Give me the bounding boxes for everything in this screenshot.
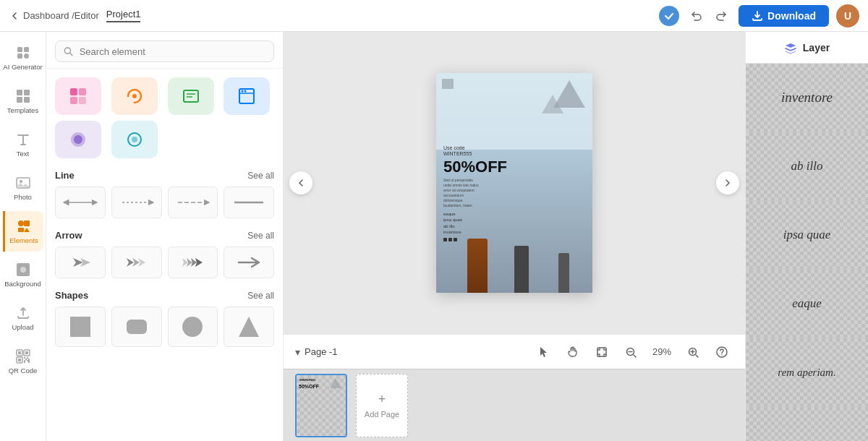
line-item-3[interactable] [168,187,218,218]
category-card-1[interactable] [55,77,101,115]
sync-indicator [659,6,679,26]
arrow-item-1[interactable] [55,247,106,278]
layer-item-6[interactable] [746,407,868,441]
svg-rect-17 [18,351,21,354]
back-label: Dashboard /Editor [23,10,99,21]
search-input-wrap[interactable] [55,40,274,62]
sidebar-item-templates[interactable]: Templates [3,81,43,121]
canvas-tagline: eaqueipsa quaeab illoinventore [443,211,585,236]
svg-point-10 [18,220,24,226]
svg-rect-57 [127,320,147,334]
svg-point-42 [132,137,137,142]
project-title[interactable]: Project1 [106,9,141,22]
shape-item-triangle[interactable] [224,307,274,347]
sidebar-item-text[interactable]: Text [3,124,43,165]
canvas-dots [443,238,585,241]
canvas-nav-right[interactable] [716,171,739,194]
chevron-left-icon [9,10,20,22]
shape-item-square[interactable] [55,307,106,347]
category-card-4[interactable] [224,77,270,115]
category-card-3[interactable] [168,77,214,115]
shapes-section-title: Shapes [55,290,88,301]
help-button[interactable] [710,341,733,364]
zoom-in-button[interactable] [681,341,705,364]
search-icon [63,46,74,57]
sidebar-item-photo[interactable]: Photo [3,168,43,208]
canvas-discount: 50%OFF [443,159,585,175]
sidebar-item-qr-code[interactable]: QR Code [3,341,43,382]
pt-promo-text: WINTER555 [299,378,315,382]
canvas-workspace[interactable]: Use code WINTER555 50%OFF Sed ut perspic… [284,32,745,334]
sidebar-item-upload[interactable]: Upload [3,298,43,338]
svg-rect-19 [25,351,28,354]
tools-sidebar: AI Generator Templates Text Photo [0,32,46,441]
add-page-label: Add Page [365,410,399,419]
avatar[interactable]: U [836,4,859,27]
sidebar-item-elements[interactable]: Elements [3,211,43,252]
sidebar-item-ai-generator[interactable]: AI Generator [3,38,43,78]
elements-label: Elements [9,236,38,244]
layer-item-5[interactable]: rem aperiam. [746,338,868,407]
category-card-6[interactable] [111,121,158,158]
download-icon [752,10,763,22]
layer-item-1[interactable]: inventore [746,64,868,132]
toolbar-page-info: ▾ Page -1 [295,346,338,358]
svg-point-9 [20,180,22,183]
upload-label: Upload [12,323,33,331]
text-label: Text [17,150,29,158]
ai-generator-icon [15,45,31,61]
layer-item-3[interactable]: ipsa quae [746,201,868,270]
line-item-2[interactable] [111,187,162,218]
arrow-item-3[interactable] [168,247,218,278]
cursor-tool-button[interactable] [532,341,556,364]
svg-rect-4 [17,90,22,95]
elements-panel: Line See all Arrow See a [46,32,284,441]
hand-tool-button[interactable] [561,341,584,364]
svg-rect-60 [597,348,606,356]
svg-point-58 [182,317,203,337]
category-card-2[interactable] [111,77,158,115]
layer-item-1-text: inventore [781,90,833,106]
canvas-use-code: Use code [443,145,585,150]
undo-button[interactable] [686,6,707,26]
layer-item-4[interactable]: eaque [746,270,868,338]
layer-item-3-text: ipsa quae [783,228,831,242]
svg-rect-56 [70,317,90,337]
svg-rect-32 [70,97,77,104]
layer-item-2[interactable]: ab illo [746,132,868,201]
svg-rect-21 [18,359,21,361]
svg-rect-28 [28,361,30,363]
main-content: AI Generator Templates Text Photo [0,32,868,441]
line-see-all[interactable]: See all [247,171,274,181]
shapes-see-all[interactable]: See all [247,291,274,301]
page-thumb-inner: WINTER555 50%OFF [297,375,346,436]
svg-point-40 [244,90,247,93]
line-item-1[interactable] [55,187,106,218]
arrow-row [55,247,274,278]
canvas-nav-left[interactable] [289,171,312,194]
arrow-item-2[interactable] [111,247,162,278]
canvas-toolbar: ▾ Page -1 29% [284,334,745,369]
shape-item-rounded-rect[interactable] [111,307,162,347]
sidebar-item-background[interactable]: Background [3,254,43,295]
canvas-description: Sed ut perspiciatisunde omnis iste natus… [443,178,585,208]
download-button[interactable]: Download [739,5,829,27]
add-page-button[interactable]: + Add Page [356,374,408,437]
zoom-out-button[interactable] [619,341,642,364]
back-button[interactable]: Dashboard /Editor [9,10,99,22]
category-card-5[interactable] [55,121,101,158]
search-input[interactable] [80,46,266,57]
page-thumbnail-1[interactable]: WINTER555 50%OFF [295,374,347,437]
svg-point-15 [20,267,26,273]
arrow-see-all[interactable]: See all [247,231,274,241]
line-item-4[interactable] [224,187,274,218]
svg-rect-11 [24,220,30,226]
arrow-item-4[interactable] [224,247,274,278]
shape-item-circle[interactable] [168,307,218,347]
svg-rect-26 [24,360,25,363]
page-chevron-down[interactable]: ▾ [295,346,300,358]
redo-button[interactable] [711,6,731,26]
svg-marker-49 [127,258,134,267]
fit-button[interactable] [590,341,613,364]
line-row [55,187,274,218]
